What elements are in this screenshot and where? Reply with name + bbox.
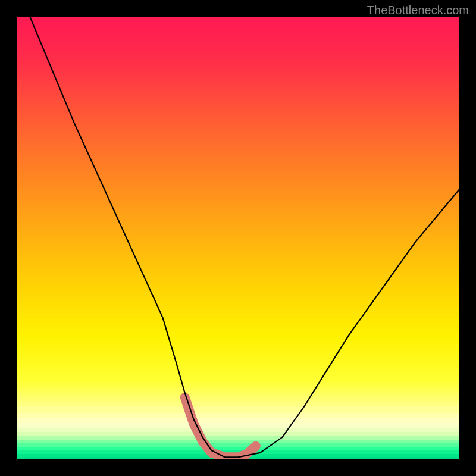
watermark-text: TheBottleneck.com	[367, 4, 469, 17]
bottleneck-curve	[30, 17, 459, 457]
chart-overlay	[17, 17, 459, 459]
plot-area	[17, 17, 459, 459]
valley-highlight-marker	[185, 397, 256, 458]
